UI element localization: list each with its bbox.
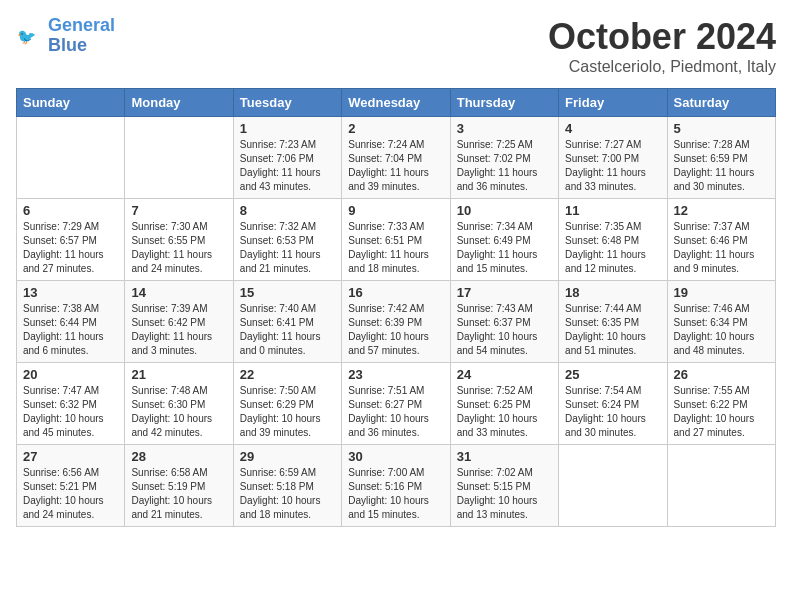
- day-info: Sunrise: 7:46 AMSunset: 6:34 PMDaylight:…: [674, 302, 769, 358]
- logo-line2: Blue: [48, 35, 87, 55]
- calendar-cell: 24Sunrise: 7:52 AMSunset: 6:25 PMDayligh…: [450, 363, 558, 445]
- calendar-cell: [559, 445, 667, 527]
- day-number: 30: [348, 449, 443, 464]
- header-day-friday: Friday: [559, 89, 667, 117]
- day-number: 19: [674, 285, 769, 300]
- day-number: 9: [348, 203, 443, 218]
- day-number: 15: [240, 285, 335, 300]
- week-row-3: 13Sunrise: 7:38 AMSunset: 6:44 PMDayligh…: [17, 281, 776, 363]
- calendar-cell: 18Sunrise: 7:44 AMSunset: 6:35 PMDayligh…: [559, 281, 667, 363]
- day-info: Sunrise: 7:24 AMSunset: 7:04 PMDaylight:…: [348, 138, 443, 194]
- day-info: Sunrise: 7:51 AMSunset: 6:27 PMDaylight:…: [348, 384, 443, 440]
- day-info: Sunrise: 7:32 AMSunset: 6:53 PMDaylight:…: [240, 220, 335, 276]
- logo-text: General Blue: [48, 16, 115, 56]
- day-info: Sunrise: 7:29 AMSunset: 6:57 PMDaylight:…: [23, 220, 118, 276]
- day-info: Sunrise: 7:27 AMSunset: 7:00 PMDaylight:…: [565, 138, 660, 194]
- calendar-cell: 27Sunrise: 6:56 AMSunset: 5:21 PMDayligh…: [17, 445, 125, 527]
- page-header: 🐦 General Blue October 2024 Castelceriol…: [16, 16, 776, 76]
- calendar-cell: [125, 117, 233, 199]
- calendar-cell: 5Sunrise: 7:28 AMSunset: 6:59 PMDaylight…: [667, 117, 775, 199]
- calendar-cell: 11Sunrise: 7:35 AMSunset: 6:48 PMDayligh…: [559, 199, 667, 281]
- calendar-cell: 1Sunrise: 7:23 AMSunset: 7:06 PMDaylight…: [233, 117, 341, 199]
- calendar-cell: [667, 445, 775, 527]
- logo-icon: 🐦: [16, 22, 44, 50]
- calendar-cell: 10Sunrise: 7:34 AMSunset: 6:49 PMDayligh…: [450, 199, 558, 281]
- day-number: 29: [240, 449, 335, 464]
- day-info: Sunrise: 7:34 AMSunset: 6:49 PMDaylight:…: [457, 220, 552, 276]
- calendar-body: 1Sunrise: 7:23 AMSunset: 7:06 PMDaylight…: [17, 117, 776, 527]
- calendar-cell: 20Sunrise: 7:47 AMSunset: 6:32 PMDayligh…: [17, 363, 125, 445]
- calendar-cell: 4Sunrise: 7:27 AMSunset: 7:00 PMDaylight…: [559, 117, 667, 199]
- logo-line1: General: [48, 15, 115, 35]
- calendar-cell: 29Sunrise: 6:59 AMSunset: 5:18 PMDayligh…: [233, 445, 341, 527]
- day-info: Sunrise: 7:55 AMSunset: 6:22 PMDaylight:…: [674, 384, 769, 440]
- logo: 🐦 General Blue: [16, 16, 115, 56]
- day-number: 10: [457, 203, 552, 218]
- day-number: 13: [23, 285, 118, 300]
- calendar-cell: 28Sunrise: 6:58 AMSunset: 5:19 PMDayligh…: [125, 445, 233, 527]
- day-info: Sunrise: 7:52 AMSunset: 6:25 PMDaylight:…: [457, 384, 552, 440]
- day-info: Sunrise: 7:43 AMSunset: 6:37 PMDaylight:…: [457, 302, 552, 358]
- calendar-cell: 25Sunrise: 7:54 AMSunset: 6:24 PMDayligh…: [559, 363, 667, 445]
- svg-text:🐦: 🐦: [17, 26, 37, 45]
- calendar-cell: 21Sunrise: 7:48 AMSunset: 6:30 PMDayligh…: [125, 363, 233, 445]
- day-number: 18: [565, 285, 660, 300]
- header-day-tuesday: Tuesday: [233, 89, 341, 117]
- day-info: Sunrise: 7:25 AMSunset: 7:02 PMDaylight:…: [457, 138, 552, 194]
- calendar-cell: 26Sunrise: 7:55 AMSunset: 6:22 PMDayligh…: [667, 363, 775, 445]
- header-row: SundayMondayTuesdayWednesdayThursdayFrid…: [17, 89, 776, 117]
- calendar-cell: 30Sunrise: 7:00 AMSunset: 5:16 PMDayligh…: [342, 445, 450, 527]
- calendar-cell: 8Sunrise: 7:32 AMSunset: 6:53 PMDaylight…: [233, 199, 341, 281]
- day-info: Sunrise: 7:00 AMSunset: 5:16 PMDaylight:…: [348, 466, 443, 522]
- header-day-sunday: Sunday: [17, 89, 125, 117]
- header-day-thursday: Thursday: [450, 89, 558, 117]
- day-number: 11: [565, 203, 660, 218]
- day-info: Sunrise: 7:39 AMSunset: 6:42 PMDaylight:…: [131, 302, 226, 358]
- calendar-cell: [17, 117, 125, 199]
- day-number: 5: [674, 121, 769, 136]
- day-number: 23: [348, 367, 443, 382]
- day-info: Sunrise: 7:54 AMSunset: 6:24 PMDaylight:…: [565, 384, 660, 440]
- week-row-2: 6Sunrise: 7:29 AMSunset: 6:57 PMDaylight…: [17, 199, 776, 281]
- calendar-cell: 13Sunrise: 7:38 AMSunset: 6:44 PMDayligh…: [17, 281, 125, 363]
- day-info: Sunrise: 7:44 AMSunset: 6:35 PMDaylight:…: [565, 302, 660, 358]
- day-number: 14: [131, 285, 226, 300]
- day-number: 8: [240, 203, 335, 218]
- day-info: Sunrise: 7:02 AMSunset: 5:15 PMDaylight:…: [457, 466, 552, 522]
- calendar-cell: 7Sunrise: 7:30 AMSunset: 6:55 PMDaylight…: [125, 199, 233, 281]
- calendar-cell: 12Sunrise: 7:37 AMSunset: 6:46 PMDayligh…: [667, 199, 775, 281]
- day-number: 6: [23, 203, 118, 218]
- day-number: 27: [23, 449, 118, 464]
- day-info: Sunrise: 7:40 AMSunset: 6:41 PMDaylight:…: [240, 302, 335, 358]
- week-row-4: 20Sunrise: 7:47 AMSunset: 6:32 PMDayligh…: [17, 363, 776, 445]
- day-info: Sunrise: 6:58 AMSunset: 5:19 PMDaylight:…: [131, 466, 226, 522]
- day-info: Sunrise: 7:47 AMSunset: 6:32 PMDaylight:…: [23, 384, 118, 440]
- day-number: 3: [457, 121, 552, 136]
- calendar-cell: 9Sunrise: 7:33 AMSunset: 6:51 PMDaylight…: [342, 199, 450, 281]
- calendar-cell: 23Sunrise: 7:51 AMSunset: 6:27 PMDayligh…: [342, 363, 450, 445]
- day-number: 25: [565, 367, 660, 382]
- calendar-cell: 3Sunrise: 7:25 AMSunset: 7:02 PMDaylight…: [450, 117, 558, 199]
- location-title: Castelceriolo, Piedmont, Italy: [548, 58, 776, 76]
- calendar-cell: 19Sunrise: 7:46 AMSunset: 6:34 PMDayligh…: [667, 281, 775, 363]
- day-info: Sunrise: 7:35 AMSunset: 6:48 PMDaylight:…: [565, 220, 660, 276]
- calendar-cell: 2Sunrise: 7:24 AMSunset: 7:04 PMDaylight…: [342, 117, 450, 199]
- day-number: 1: [240, 121, 335, 136]
- month-title: October 2024: [548, 16, 776, 58]
- day-info: Sunrise: 7:30 AMSunset: 6:55 PMDaylight:…: [131, 220, 226, 276]
- day-number: 31: [457, 449, 552, 464]
- day-number: 16: [348, 285, 443, 300]
- week-row-1: 1Sunrise: 7:23 AMSunset: 7:06 PMDaylight…: [17, 117, 776, 199]
- day-number: 21: [131, 367, 226, 382]
- day-number: 4: [565, 121, 660, 136]
- day-info: Sunrise: 7:28 AMSunset: 6:59 PMDaylight:…: [674, 138, 769, 194]
- calendar-table: SundayMondayTuesdayWednesdayThursdayFrid…: [16, 88, 776, 527]
- day-info: Sunrise: 7:50 AMSunset: 6:29 PMDaylight:…: [240, 384, 335, 440]
- day-info: Sunrise: 7:38 AMSunset: 6:44 PMDaylight:…: [23, 302, 118, 358]
- calendar-cell: 17Sunrise: 7:43 AMSunset: 6:37 PMDayligh…: [450, 281, 558, 363]
- day-number: 7: [131, 203, 226, 218]
- calendar-cell: 22Sunrise: 7:50 AMSunset: 6:29 PMDayligh…: [233, 363, 341, 445]
- calendar-cell: 16Sunrise: 7:42 AMSunset: 6:39 PMDayligh…: [342, 281, 450, 363]
- calendar-cell: 6Sunrise: 7:29 AMSunset: 6:57 PMDaylight…: [17, 199, 125, 281]
- calendar-cell: 14Sunrise: 7:39 AMSunset: 6:42 PMDayligh…: [125, 281, 233, 363]
